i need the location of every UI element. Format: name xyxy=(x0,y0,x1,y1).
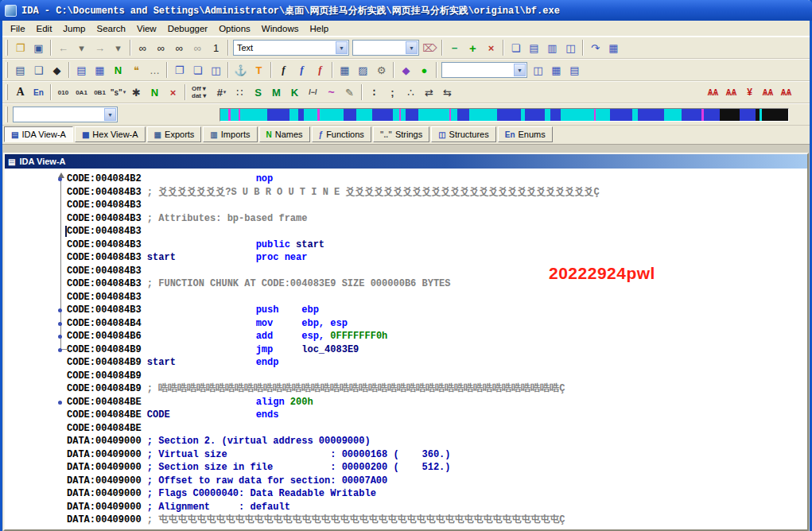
toolbar-grip[interactable] xyxy=(6,107,8,122)
split-view-button[interactable]: ◫ xyxy=(529,61,547,79)
menu-item-options[interactable]: Options xyxy=(213,22,256,35)
back-history-dropdown[interactable]: ▾ xyxy=(72,39,91,56)
close-view-button[interactable]: × xyxy=(482,39,500,56)
colon-pair-button[interactable]: ∷ xyxy=(231,83,249,101)
toolbar-grip[interactable] xyxy=(6,62,8,78)
navigate-forward-button[interactable]: → xyxy=(91,39,109,56)
tilde-button[interactable]: ~ xyxy=(322,83,340,101)
triple-dot-button[interactable]: ∴ xyxy=(402,83,420,101)
combo-dropdown-icon[interactable]: ▼ xyxy=(104,108,116,121)
tab-enums[interactable]: EnEnums xyxy=(498,126,553,142)
mark-position-button[interactable]: ◆ xyxy=(48,61,66,79)
listing-line[interactable]: DATA:00409000 ; Section size in file : 0… xyxy=(5,461,807,475)
tile-horizontal-button[interactable]: ▤ xyxy=(525,39,543,56)
tab-imports[interactable]: ▥Imports xyxy=(203,126,257,142)
anchor-button[interactable]: ⚓ xyxy=(231,61,250,79)
exchange-arrows-button[interactable]: ⇆ xyxy=(438,83,457,101)
enums-tool-button[interactable]: En xyxy=(29,83,48,101)
listing-line[interactable]: DATA:00409000 ; 屯屯屯屯屯屯屯屯屯屯屯屯屯屯屯屯屯屯屯屯屯屯屯屯… xyxy=(5,514,807,527)
search-binary-button[interactable]: ∞ xyxy=(170,39,188,56)
asterisk-array-button[interactable]: ✱ xyxy=(127,83,146,101)
search-again-button[interactable]: ∞ xyxy=(152,39,170,56)
tab-structures[interactable]: ◫Structures xyxy=(431,126,496,142)
open-file-button[interactable]: ❐ xyxy=(11,39,29,56)
listing-line[interactable]: CODE:004084B6 add esp, 0FFFFFFF0h xyxy=(5,330,807,343)
listing-line[interactable]: DATA:00409000 ; Alignment : default xyxy=(5,501,807,514)
search-next-button[interactable]: ∞ xyxy=(188,39,207,56)
expand-button[interactable]: + xyxy=(464,39,482,56)
title-bar[interactable]: IDA - C:\Documents and Settings\Administ… xyxy=(0,0,812,21)
calculator-gear-button[interactable]: ⚙ xyxy=(372,61,390,79)
listing-line[interactable]: CODE:004084BE CODE ends xyxy=(5,409,807,422)
slash-minus-button[interactable]: /−/ xyxy=(304,83,322,101)
edit-comment-button[interactable]: ✎ xyxy=(340,83,359,101)
listing-line[interactable]: CODE:004084B2 nop xyxy=(5,172,807,186)
strings-window-button[interactable]: ❝ xyxy=(127,61,146,79)
data-word-button[interactable]: 0A1 xyxy=(72,83,91,101)
menu-item-help[interactable]: Help xyxy=(304,22,334,35)
menu-item-edit[interactable]: Edit xyxy=(31,22,58,35)
graph-view-button[interactable]: ▨ xyxy=(354,61,372,79)
tab-ida-view-a[interactable]: ▤IDA View-A xyxy=(4,126,73,142)
collapse-button[interactable]: − xyxy=(445,39,464,56)
array-tool-3-button[interactable]: ¥ xyxy=(740,83,759,101)
data-binary-button[interactable]: 010 xyxy=(54,83,72,101)
breakpoint-tool-button[interactable]: ◆ xyxy=(397,61,415,79)
string-s-button[interactable]: S xyxy=(249,83,267,101)
text-tool-button[interactable]: T xyxy=(250,61,268,79)
toolbar-grip[interactable] xyxy=(6,84,8,100)
arrange-windows-button[interactable]: ◫ xyxy=(561,39,580,56)
listing-line[interactable]: CODE:004084B3 push ebp xyxy=(5,304,807,317)
menu-item-search[interactable]: Search xyxy=(91,22,130,35)
listing-line[interactable]: CODE:004084B3 ; FUNCTION CHUNK AT CODE:0… xyxy=(5,277,807,291)
forward-history-dropdown[interactable]: ▾ xyxy=(109,39,127,56)
open-subview-2-button[interactable]: ❏ xyxy=(188,61,207,79)
ascii-style-button[interactable]: A xyxy=(11,83,29,101)
tile-vertical-button[interactable]: ▥ xyxy=(543,39,561,56)
tab-functions[interactable]: ƒFunctions xyxy=(312,126,371,142)
dropdown-arrow-icon[interactable]: ▾ xyxy=(123,89,126,95)
listing-line[interactable]: CODE:004084BE xyxy=(5,422,807,436)
jump-to-position-button[interactable]: 1 xyxy=(207,39,225,56)
disassembly-listing[interactable]: 20222924pwl CODE:004084B2 nopCODE:004084… xyxy=(5,169,807,529)
array-tool-5-button[interactable]: ѦѦ xyxy=(777,83,795,101)
jump-route-button[interactable]: ↷ xyxy=(586,39,604,56)
toolbar-grip[interactable] xyxy=(6,40,8,56)
tab-exports[interactable]: ▦Exports xyxy=(147,126,202,142)
offset-data-dropdown[interactable]: Off ▾dat ▾ xyxy=(188,83,212,101)
save-button[interactable]: ▣ xyxy=(29,39,48,56)
listing-line[interactable]: CODE:004084B3 ; 爻爻爻爻爻爻爻?S U B R O U T I … xyxy=(5,186,807,200)
menu-item-view[interactable]: View xyxy=(131,22,162,35)
segment-registers-button[interactable]: ▦ xyxy=(91,61,109,79)
open-subview-3-button[interactable]: ◫ xyxy=(207,61,225,79)
jump-target-combo[interactable]: ▼ xyxy=(13,107,118,122)
combo-dropdown-icon[interactable]: ▼ xyxy=(336,41,348,54)
search-type-combo[interactable]: Text▼ xyxy=(233,40,349,56)
number-format-button[interactable]: #▾ xyxy=(212,83,231,101)
semicolon-comment-button[interactable]: ; xyxy=(383,83,402,101)
array-tool-1-button[interactable]: ѦѦ xyxy=(704,83,722,101)
tab-hex-view-a[interactable]: ▩Hex View-A xyxy=(75,126,146,142)
listing-line[interactable]: CODE:004084B4 mov ebp, esp xyxy=(5,317,807,331)
tab-names[interactable]: NNames xyxy=(259,126,310,142)
navigation-band[interactable] xyxy=(220,108,789,122)
listing-line[interactable]: DATA:00409000 ; Flags C0000040: Data Rea… xyxy=(5,487,807,501)
listing-line[interactable]: DATA:00409000 ; Section 2. (virtual addr… xyxy=(5,435,807,448)
tab-strings[interactable]: ".."Strings xyxy=(373,126,429,142)
listing-line[interactable]: CODE:004084B3 ; Attributes: bp-based fra… xyxy=(5,212,807,226)
listing-line[interactable]: CODE:004084B9 jmp loc_4083E9 xyxy=(5,343,807,357)
window-list-button[interactable]: ▦ xyxy=(604,39,623,56)
child-window-title-bar[interactable]: ▤ IDA View-A xyxy=(5,154,807,169)
menu-item-debugger[interactable]: Debugger xyxy=(162,22,214,35)
cascade-windows-button[interactable]: ❏ xyxy=(507,39,525,56)
listing-line[interactable]: DATA:00409000 ; Offset to raw data for s… xyxy=(5,475,807,488)
edit-function-button[interactable]: f xyxy=(293,61,311,79)
names-window-button[interactable]: N xyxy=(109,61,127,79)
listing-line[interactable]: CODE:004084B9 xyxy=(5,370,807,383)
data-byte-button[interactable]: 0B1 xyxy=(91,83,109,101)
undefine-button[interactable]: × xyxy=(164,83,182,101)
search-text-button[interactable]: ∞ xyxy=(134,39,152,56)
string-k-button[interactable]: K xyxy=(286,83,304,101)
string-m-button[interactable]: M xyxy=(267,83,286,101)
swap-arrows-button[interactable]: ⇄ xyxy=(420,83,438,101)
